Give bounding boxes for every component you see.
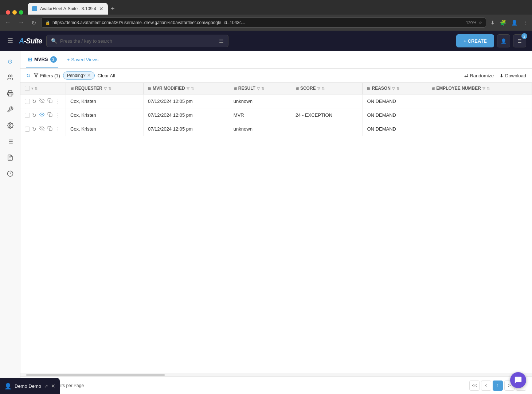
sidebar-item-settings[interactable] [3,118,17,133]
close-traffic-light[interactable] [6,10,10,15]
row-3-mvr-modified: 07/12/2024 12:05 pm [144,122,229,136]
select-all-checkbox[interactable] [25,86,30,91]
filters-button[interactable]: Filters (1) [34,73,60,79]
saved-views-label: Saved Views [71,57,98,62]
mvr-modified-filter-icon[interactable]: ▽ [187,86,189,90]
svg-point-2 [9,125,11,127]
select-dropdown-icon[interactable]: ▾ [31,86,33,90]
row-3-refresh-icon[interactable]: ↻ [31,125,37,133]
mvrs-tab-badge: 3 [50,56,57,63]
requester-sort-icon[interactable]: ⇅ [108,86,111,90]
requester-col-label: REQUESTER [75,86,102,91]
chat-bubble-button[interactable] [510,372,526,388]
tab-close-button[interactable]: ✕ [99,6,103,12]
scrollbar-thumb[interactable] [26,374,165,376]
notifications-button[interactable]: ☰ 2 [513,34,526,47]
svg-rect-18 [49,114,52,117]
sidebar-item-reports[interactable] [3,150,17,165]
user-profile-button[interactable]: 👤 [497,34,510,47]
sidebar-item-info[interactable] [3,166,17,181]
search-bar[interactable]: 🔍 Press the / key to search ☰ [46,35,228,47]
address-bar[interactable]: 🔒 https://demo3.avatarfleet.com/af30?use… [41,18,486,28]
row-2-score: 24 - EXCEPTION [291,108,363,122]
row-1-copy-icon[interactable] [47,97,53,105]
url-display: https://demo3.avatarfleet.com/af30?usern… [52,20,464,25]
browser-tab[interactable]: AvatarFleet A-Suite - 3.109.4 ✕ [28,3,108,15]
employee-number-filter-icon[interactable]: ▽ [482,86,485,90]
notifications-icon: ☰ [517,38,522,44]
row-1-refresh-icon[interactable]: ↻ [31,98,37,105]
score-col-icon: ⊞ [296,86,299,91]
result-filter-icon[interactable]: ▽ [257,86,260,90]
reason-col-icon: ⊞ [367,86,370,91]
table-row: ↻ ⋮ [20,122,532,136]
bookmark-icon[interactable]: ☆ [478,20,482,25]
prev-page-button[interactable]: < [481,381,491,391]
tab-mvrs[interactable]: ⊞ MVRS 3 [26,51,58,68]
row-2-view-icon[interactable] [39,111,45,119]
row-3-more-icon[interactable]: ⋮ [55,125,61,133]
pending-filter-tag[interactable]: Pending? ✕ [63,72,95,80]
fullscreen-traffic-light[interactable] [19,10,23,15]
score-column-header: ⊞ SCORE ▽ ⇅ [291,83,363,94]
create-label: + CREATE [463,38,487,44]
demo-close-button[interactable]: ✕ [51,383,55,389]
reload-button[interactable]: ↻ [29,18,38,28]
clear-all-button[interactable]: Clear All [98,73,115,78]
row-2-checkbox[interactable] [25,113,30,118]
requester-filter-icon[interactable]: ▽ [104,86,107,90]
randomize-label: Randomize [470,73,494,78]
reason-column-header: ⊞ REASON ▽ ⇅ [363,83,427,94]
zoom-level: 120% [466,20,476,25]
row-2-more-icon[interactable]: ⋮ [55,112,61,119]
new-tab-button[interactable]: + [108,5,118,13]
row-3-checkbox[interactable] [25,127,30,132]
search-filter-icon[interactable]: ☰ [219,38,224,44]
reason-filter-icon[interactable]: ▽ [392,86,395,90]
employee-number-sort-icon[interactable]: ⇅ [487,86,490,90]
create-button[interactable]: + CREATE [456,34,494,47]
forward-button[interactable]: → [16,18,26,27]
randomize-button[interactable]: ⇄ Randomize [464,73,494,78]
reason-sort-icon[interactable]: ⇅ [396,86,399,90]
app-logo: A-Suite [19,37,42,45]
downloads-icon[interactable]: ⬇ [489,18,496,27]
saved-views-button[interactable]: + Saved Views [64,55,102,64]
sidebar-item-home[interactable]: ⊙ [3,54,17,69]
extensions-icon[interactable]: 🧩 [498,18,508,27]
row-3-hide-icon[interactable] [39,125,45,133]
sidebar-item-tools[interactable] [3,102,17,117]
menu-icon[interactable]: ⋮ [521,18,529,27]
row-3-copy-icon[interactable] [47,125,53,133]
pending-tag-label: Pending? [67,73,86,78]
mvrs-tab-label: MVRS [34,57,48,62]
svg-marker-14 [34,73,38,77]
download-button[interactable]: ⬇ Download [500,73,526,78]
employee-number-col-label: EMPLOYEE NUMBER [436,86,481,91]
sidebar-item-users[interactable] [3,70,17,85]
row-2-copy-icon[interactable] [47,111,53,119]
score-sort-icon[interactable]: ⇅ [322,86,325,90]
refresh-button[interactable]: ↻ [26,73,31,78]
horizontal-scrollbar[interactable] [20,373,532,376]
demo-user-bar: 👤 Demo Demo ↗ ✕ [0,378,60,394]
row-1-checkbox[interactable] [25,99,30,104]
profile-icon[interactable]: 👤 [510,18,519,27]
sidebar-item-list[interactable] [3,134,17,149]
first-page-button[interactable]: << [469,381,480,391]
mvr-modified-col-label: MVR MODIFIED [153,86,185,91]
sidebar-item-print[interactable] [3,86,17,101]
remove-pending-filter[interactable]: ✕ [87,73,91,78]
page-1-button[interactable]: 1 [493,381,503,391]
row-1-hide-icon[interactable] [39,97,45,105]
hamburger-menu[interactable]: ☰ [6,35,15,46]
row-2-refresh-icon[interactable]: ↻ [31,112,37,119]
result-sort-icon[interactable]: ⇅ [261,86,264,90]
demo-external-link-icon[interactable]: ↗ [44,383,48,389]
mvr-modified-sort-icon[interactable]: ⇅ [191,86,194,90]
minimize-traffic-light[interactable] [12,10,17,15]
column-sort-icon[interactable]: ⇅ [35,86,38,90]
row-1-more-icon[interactable]: ⋮ [55,98,61,105]
score-filter-icon[interactable]: ▽ [317,86,320,90]
back-button[interactable]: ← [3,18,13,27]
